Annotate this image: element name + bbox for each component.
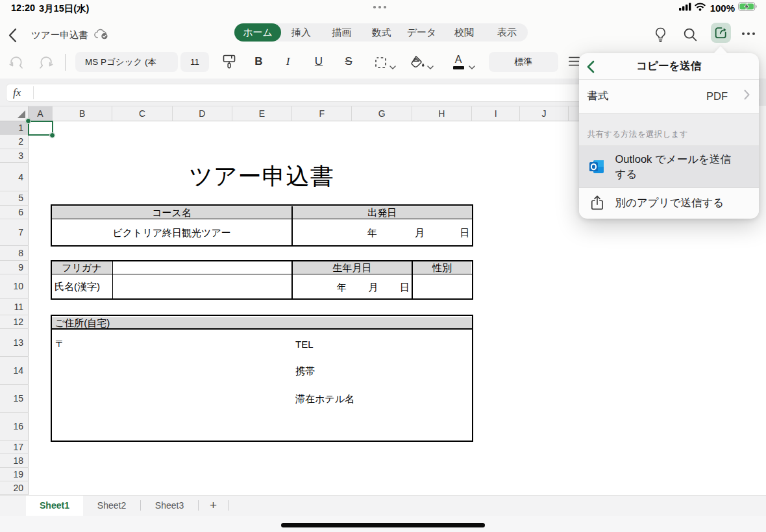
bottom-strip	[0, 516, 766, 532]
row-header-9[interactable]: 9	[0, 261, 29, 274]
postal-mark-cell[interactable]: 〒	[55, 337, 65, 350]
ribbon-tab-校閲[interactable]: 校閲	[442, 23, 486, 42]
font-size-field[interactable]: 11	[180, 52, 209, 72]
alignment-icon[interactable]	[569, 56, 580, 69]
person-date-day[interactable]: 日	[400, 282, 410, 294]
sheet-tab-Sheet2[interactable]: Sheet2	[83, 496, 140, 516]
sheet-tab-Sheet3[interactable]: Sheet3	[141, 496, 198, 516]
tell-me-lightbulb-icon[interactable]	[654, 27, 667, 45]
person-date-year[interactable]: 年	[337, 282, 347, 294]
gender-header-cell[interactable]: 性別	[432, 262, 452, 274]
column-header-B[interactable]: B	[53, 106, 112, 121]
tel-label-cell[interactable]: TEL	[295, 338, 314, 349]
ribbon-tab-挿入[interactable]: 挿入	[281, 23, 321, 42]
row-header-4[interactable]: 4	[0, 163, 29, 191]
address-header-cell[interactable]: ご住所(自宅)	[55, 317, 110, 329]
row-header-13[interactable]: 13	[0, 329, 29, 357]
selection-handle-bottomright[interactable]	[49, 132, 55, 138]
selection-handle-topleft[interactable]	[25, 118, 31, 124]
course-date-month[interactable]: 月	[415, 226, 425, 239]
course-header-cell[interactable]: コース名	[152, 207, 192, 219]
row-header-14[interactable]: 14	[0, 357, 29, 385]
more-options-icon[interactable]	[742, 32, 755, 35]
row-header-3[interactable]: 3	[0, 149, 29, 163]
course-date-year[interactable]: 年	[367, 226, 377, 239]
popover-back-icon[interactable]	[586, 60, 595, 73]
row-header-8[interactable]: 8	[0, 246, 29, 261]
column-header-A[interactable]: A	[29, 106, 53, 121]
row-header-6[interactable]: 6	[0, 206, 29, 219]
row-header-16[interactable]: 16	[0, 413, 29, 441]
home-indicator[interactable]	[281, 523, 485, 527]
font-color-icon[interactable]: A	[452, 54, 464, 69]
outlook-option[interactable]: Outlook でメールを送信する	[579, 146, 760, 188]
column-header-G[interactable]: G	[352, 106, 412, 121]
row-header-5[interactable]: 5	[0, 191, 29, 206]
fill-color-icon[interactable]	[410, 55, 426, 71]
format-painter-icon[interactable]	[223, 54, 236, 72]
row-header-10[interactable]: 10	[0, 274, 29, 299]
number-format-field[interactable]: 標準	[489, 52, 558, 72]
column-header-E[interactable]: E	[232, 106, 292, 121]
back-icon[interactable]	[8, 28, 18, 43]
font-color-dropdown-icon[interactable]	[469, 60, 475, 72]
row-header-2[interactable]: 2	[0, 135, 29, 149]
borders-icon[interactable]	[375, 57, 386, 71]
column-header-J[interactable]: J	[520, 106, 569, 121]
furigana-label-cell[interactable]: フリガナ	[62, 262, 101, 274]
row-header-1[interactable]: 1	[0, 121, 29, 136]
ribbon-tab-描画[interactable]: 描画	[321, 23, 362, 42]
row-header-19[interactable]: 19	[0, 468, 29, 481]
column-header-C[interactable]: C	[112, 106, 172, 121]
ribbon-tab-数式[interactable]: 数式	[362, 23, 401, 42]
format-row[interactable]: 書式 PDF	[579, 80, 760, 113]
select-all-triangle-icon	[18, 110, 25, 118]
birthdate-header-cell[interactable]: 生年月日	[333, 262, 372, 274]
row-header-20[interactable]: 20	[0, 481, 29, 495]
ribbon-tab-表示[interactable]: 表示	[486, 23, 528, 42]
departure-header-cell[interactable]: 出発日	[367, 207, 397, 219]
column-headers[interactable]: ABCDEFGHIJ	[29, 106, 618, 121]
row-header-7[interactable]: 7	[0, 219, 29, 246]
column-header-H[interactable]: H	[412, 106, 472, 121]
name-label-cell[interactable]: 氏名(漢字)	[55, 281, 100, 293]
fill-color-dropdown-icon[interactable]	[427, 60, 434, 72]
hotel-label-cell[interactable]: 滞在ホテル名	[295, 393, 354, 405]
column-header-F[interactable]: F	[292, 106, 352, 121]
row-header-12[interactable]: 12	[0, 315, 29, 329]
ribbon-tab-ホーム[interactable]: ホーム	[234, 23, 281, 42]
strikethrough-button[interactable]: S	[343, 55, 354, 68]
row-header-17[interactable]: 17	[0, 441, 29, 454]
font-name-field[interactable]: MS Pゴシック (本	[75, 52, 178, 72]
row-headers[interactable]: 1234567891011121314151617181920	[0, 121, 29, 495]
sheet-tab-Sheet1[interactable]: Sheet1	[26, 496, 83, 516]
column-header-I[interactable]: I	[472, 106, 520, 121]
bold-button[interactable]: B	[253, 55, 264, 68]
course-date-day[interactable]: 日	[460, 226, 470, 239]
borders-dropdown-icon[interactable]	[389, 60, 396, 72]
share-button[interactable]	[711, 23, 732, 43]
add-sheet-button[interactable]: +	[199, 496, 228, 516]
column-header-D[interactable]: D	[173, 106, 232, 121]
redo-icon[interactable]	[39, 55, 53, 73]
person-date-month[interactable]: 月	[369, 282, 378, 294]
address-table	[51, 315, 473, 442]
mobile-label-cell[interactable]: 携帯	[295, 365, 315, 378]
italic-button[interactable]: I	[283, 55, 293, 68]
popover-title: コピーを送信	[636, 59, 701, 73]
row-header-15[interactable]: 15	[0, 385, 29, 413]
other-app-option[interactable]: 別のアプリで送信する	[579, 187, 760, 218]
document-title: ツアー申込書	[31, 29, 88, 42]
row-header-11[interactable]: 11	[0, 299, 29, 316]
excel-ipad-screen: 12:20 3月15日(水) 100% ツアー申込書 ホーム挿入描画数式データ校…	[0, 0, 766, 532]
multitasking-dots-icon[interactable]	[373, 6, 386, 8]
undo-icon[interactable]	[9, 55, 23, 73]
course-value-cell[interactable]: ビクトリア終日観光ツアー	[112, 226, 230, 239]
row-header-18[interactable]: 18	[0, 454, 29, 468]
underline-button[interactable]: U	[314, 55, 324, 68]
person-table	[51, 260, 473, 300]
select-all-corner[interactable]	[0, 106, 29, 121]
search-icon[interactable]	[684, 28, 697, 44]
outlook-icon	[589, 160, 605, 174]
ribbon-tab-データ[interactable]: データ	[401, 23, 442, 42]
